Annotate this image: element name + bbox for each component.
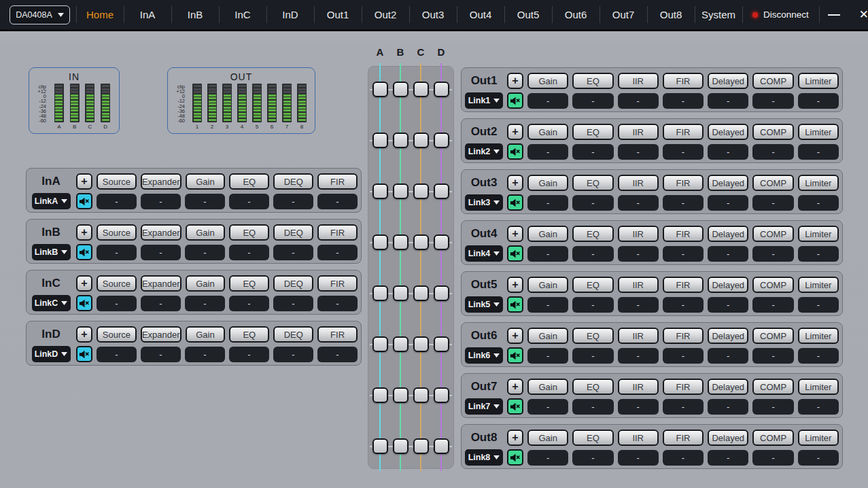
- matrix-cell-c-out3[interactable]: [413, 184, 429, 199]
- processing-button-fir[interactable]: FIR: [663, 379, 704, 395]
- matrix-cell-a-out7[interactable]: [372, 387, 388, 403]
- mute-button[interactable]: [507, 449, 523, 466]
- processing-button-iir[interactable]: IIR: [618, 124, 659, 140]
- processing-button-delayed[interactable]: Delayed: [708, 277, 748, 293]
- matrix-cell-b-out5[interactable]: [393, 285, 409, 301]
- processing-button-fir[interactable]: FIR: [663, 328, 704, 344]
- processing-button-limiter[interactable]: Limiter: [798, 277, 839, 293]
- matrix-cell-a-out8[interactable]: [372, 438, 388, 454]
- mute-button[interactable]: [76, 244, 92, 260]
- processing-button-eq[interactable]: EQ: [572, 277, 613, 293]
- nav-tab-out2[interactable]: Out2: [362, 0, 409, 29]
- nav-tab-ina[interactable]: InA: [124, 0, 171, 29]
- matrix-cell-c-out7[interactable]: [413, 387, 429, 403]
- nav-tab-home[interactable]: Home: [76, 0, 124, 29]
- expand-button[interactable]: +: [76, 224, 92, 241]
- processing-button-expander[interactable]: Expander: [141, 275, 181, 292]
- mute-button[interactable]: [76, 346, 92, 362]
- processing-button-comp[interactable]: COMP: [752, 379, 793, 395]
- expand-button[interactable]: +: [507, 379, 523, 395]
- processing-button-fir[interactable]: FIR: [663, 175, 704, 191]
- processing-button-gain[interactable]: Gain: [527, 430, 568, 446]
- nav-tab-out5[interactable]: Out5: [504, 0, 552, 29]
- processing-button-delayed[interactable]: Delayed: [708, 226, 748, 242]
- processing-button-source[interactable]: Source: [97, 224, 137, 241]
- expand-button[interactable]: +: [507, 73, 523, 89]
- expand-button[interactable]: +: [507, 124, 523, 140]
- matrix-cell-c-out8[interactable]: [413, 438, 429, 454]
- nav-tab-ind[interactable]: InD: [266, 0, 314, 29]
- processing-button-eq[interactable]: EQ: [229, 275, 269, 292]
- link-dropdown[interactable]: LinkD: [32, 346, 71, 362]
- nav-tab-inb[interactable]: InB: [171, 0, 219, 29]
- processing-button-comp[interactable]: COMP: [752, 328, 793, 344]
- processing-button-iir[interactable]: IIR: [618, 328, 659, 344]
- nav-tab-out1[interactable]: Out1: [314, 0, 362, 29]
- processing-button-eq[interactable]: EQ: [572, 328, 613, 344]
- matrix-cell-d-out4[interactable]: [434, 234, 449, 250]
- processing-button-comp[interactable]: COMP: [752, 124, 793, 140]
- nav-tab-out3[interactable]: Out3: [409, 0, 457, 29]
- processing-button-limiter[interactable]: Limiter: [798, 379, 839, 395]
- mute-button[interactable]: [76, 193, 92, 209]
- processing-button-delayed[interactable]: Delayed: [708, 328, 748, 344]
- matrix-cell-b-out2[interactable]: [393, 133, 409, 148]
- expand-button[interactable]: +: [507, 430, 523, 446]
- matrix-cell-c-out4[interactable]: [413, 234, 429, 250]
- processing-button-gain[interactable]: Gain: [527, 175, 568, 191]
- link-dropdown[interactable]: Link3: [465, 194, 503, 211]
- matrix-cell-d-out7[interactable]: [434, 387, 449, 403]
- mute-button[interactable]: [507, 194, 523, 211]
- matrix-cell-c-out1[interactable]: [413, 82, 429, 97]
- processing-button-deq[interactable]: DEQ: [273, 275, 313, 292]
- processing-button-deq[interactable]: DEQ: [273, 224, 313, 241]
- link-dropdown[interactable]: Link1: [465, 92, 503, 109]
- processing-button-gain[interactable]: Gain: [527, 328, 568, 344]
- processing-button-limiter[interactable]: Limiter: [798, 430, 839, 446]
- processing-button-source[interactable]: Source: [97, 275, 137, 292]
- matrix-cell-b-out6[interactable]: [393, 336, 409, 352]
- processing-button-eq[interactable]: EQ: [572, 226, 613, 242]
- processing-button-limiter[interactable]: Limiter: [798, 73, 839, 89]
- processing-button-gain[interactable]: Gain: [527, 379, 568, 395]
- nav-tab-inc[interactable]: InC: [219, 0, 266, 29]
- matrix-cell-a-out4[interactable]: [372, 234, 388, 250]
- processing-button-limiter[interactable]: Limiter: [798, 226, 839, 242]
- matrix-cell-d-out2[interactable]: [434, 133, 449, 148]
- processing-button-delayed[interactable]: Delayed: [708, 73, 748, 89]
- expand-button[interactable]: +: [76, 326, 92, 343]
- processing-button-iir[interactable]: IIR: [618, 277, 659, 293]
- processing-button-comp[interactable]: COMP: [752, 73, 793, 89]
- processing-button-comp[interactable]: COMP: [752, 175, 793, 191]
- matrix-cell-c-out5[interactable]: [413, 285, 429, 301]
- processing-button-iir[interactable]: IIR: [618, 430, 659, 446]
- processing-button-gain[interactable]: Gain: [186, 326, 226, 343]
- processing-button-fir[interactable]: FIR: [663, 277, 704, 293]
- matrix-cell-b-out4[interactable]: [393, 234, 409, 250]
- processing-button-gain[interactable]: Gain: [186, 275, 226, 292]
- matrix-cell-d-out8[interactable]: [434, 438, 449, 454]
- disconnect-button[interactable]: Disconnect: [742, 0, 819, 29]
- processing-button-gain[interactable]: Gain: [527, 277, 568, 293]
- processing-button-eq[interactable]: EQ: [229, 326, 269, 343]
- link-dropdown[interactable]: LinkA: [32, 193, 71, 209]
- processing-button-source[interactable]: Source: [97, 326, 137, 343]
- processing-button-iir[interactable]: IIR: [618, 226, 659, 242]
- processing-button-comp[interactable]: COMP: [752, 277, 793, 293]
- matrix-cell-d-out1[interactable]: [434, 82, 449, 97]
- processing-button-delayed[interactable]: Delayed: [708, 175, 748, 191]
- close-button[interactable]: ✕: [849, 0, 868, 29]
- nav-tab-out8[interactable]: Out8: [647, 0, 695, 29]
- mute-button[interactable]: [507, 245, 523, 262]
- processing-button-eq[interactable]: EQ: [572, 430, 613, 446]
- processing-button-expander[interactable]: Expander: [141, 224, 181, 241]
- matrix-cell-a-out2[interactable]: [372, 133, 388, 148]
- nav-tab-system[interactable]: System: [695, 0, 742, 29]
- expand-button[interactable]: +: [76, 173, 92, 190]
- link-dropdown[interactable]: Link6: [465, 347, 503, 364]
- link-dropdown[interactable]: Link2: [465, 143, 503, 160]
- matrix-cell-d-out3[interactable]: [434, 184, 449, 199]
- matrix-cell-b-out1[interactable]: [393, 82, 409, 97]
- processing-button-eq[interactable]: EQ: [572, 175, 613, 191]
- matrix-cell-a-out1[interactable]: [372, 82, 388, 97]
